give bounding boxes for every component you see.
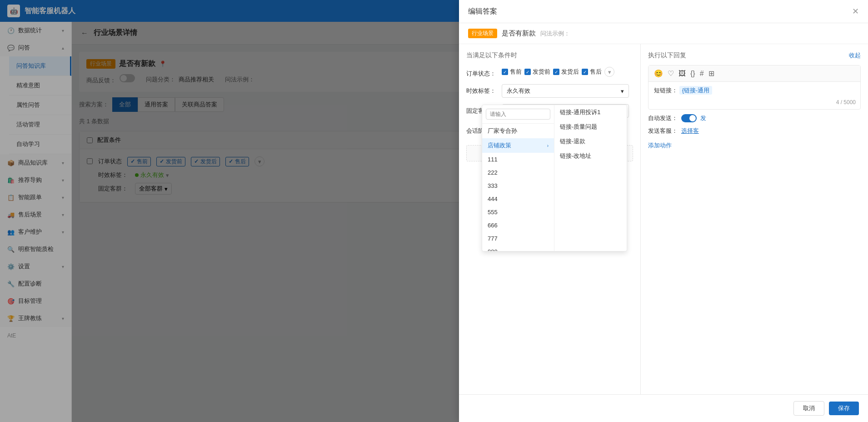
edit-answer-modal: 编辑答案 ✕ 行业场景 是否有新款 问法示例： 当满足以下条件时 订单状态： xyxy=(0,0,868,422)
link-tag: {链接-通用 xyxy=(679,86,713,95)
left-panel-title: 当满足以下条件时 xyxy=(466,51,633,60)
popup-list: 厂家专合孙 店铺政策 › 111 222 333 444 555 666 xyxy=(482,124,554,251)
cb-presale[interactable]: ✓ 售前 xyxy=(502,68,522,76)
editor-toolbar: 😊 ♡ 🖼 {} # ⊞ xyxy=(649,65,860,82)
time-dropdown[interactable]: 永久有效 ▾ xyxy=(502,84,629,98)
save-button[interactable]: 保存 xyxy=(829,402,859,415)
agent-select[interactable]: 选择客 xyxy=(681,127,699,135)
popup-item[interactable]: 777 xyxy=(482,232,554,245)
example-link[interactable]: 问法示例： xyxy=(540,30,570,38)
order-condition-row: 订单状态： ✓ 售前 ✓ 发货前 ✓ xyxy=(466,67,633,78)
cb-box: ✓ xyxy=(582,69,588,75)
image-icon[interactable]: 🖼 xyxy=(678,70,686,78)
editor-content-area[interactable]: 短链接： {链接-通用 4 / 5000 xyxy=(649,82,860,109)
popup-right-item[interactable]: 链接-通用投诉1 xyxy=(554,105,627,120)
modal-header: 编辑答案 ✕ xyxy=(459,0,868,23)
popup-left-panel: 厂家专合孙 店铺政策 › 111 222 333 444 555 666 xyxy=(482,105,554,251)
popup-item[interactable]: 888 xyxy=(482,245,554,251)
cb-box: ✓ xyxy=(524,69,531,75)
popup-right-item[interactable]: 链接-退款 xyxy=(554,134,627,149)
popup-item-active[interactable]: 店铺政策 › xyxy=(482,138,554,153)
popup-right-panel: 链接-通用投诉1 链接-质量问题 链接-退款 链接-改地址 xyxy=(554,105,627,251)
popup-right-item[interactable]: 链接-改地址 xyxy=(554,149,627,163)
link-dropdown-popup: 厂家专合孙 店铺政策 › 111 222 333 444 555 666 xyxy=(482,105,627,251)
chevron-right-icon: › xyxy=(547,143,549,148)
auto-send-value-label: 发 xyxy=(700,114,706,122)
right-panel: 执行以下回复 收起 😊 ♡ 🖼 {} # ⊞ xyxy=(641,44,868,394)
emoji-icon[interactable]: 😊 xyxy=(654,69,663,78)
popup-item[interactable]: 666 xyxy=(482,219,554,232)
collapse-button[interactable]: 收起 xyxy=(849,51,861,60)
expand-order-btn[interactable]: ▾ xyxy=(604,67,614,77)
reply-editor: 😊 ♡ 🖼 {} # ⊞ 短链接： {链接-通用 4 / 5000 xyxy=(648,65,861,110)
question-bar: 行业场景 是否有新款 问法示例： xyxy=(459,23,868,44)
popup-right-item[interactable]: 链接-质量问题 xyxy=(554,120,627,134)
cb-after-ship[interactable]: ✓ 发货后 xyxy=(553,68,579,76)
cb-aftersale[interactable]: ✓ 售后 xyxy=(582,68,602,76)
order-cond-label: 订单状态： xyxy=(466,67,498,78)
time-condition-row: 时效标签： 永久有效 ▾ xyxy=(466,84,633,98)
popup-search-box xyxy=(482,105,554,124)
add-action-button[interactable]: 添加动作 xyxy=(648,140,861,151)
agent-label: 发送客服： xyxy=(648,127,678,135)
modal-title: 编辑答案 xyxy=(468,7,497,16)
order-checkbox-group: ✓ 售前 ✓ 发货前 ✓ 发货后 xyxy=(502,67,614,77)
time-cond-label: 时效标签： xyxy=(466,84,498,95)
popup-item[interactable]: 444 xyxy=(482,192,554,206)
close-button[interactable]: ✕ xyxy=(852,6,859,16)
question-text: 是否有新款 xyxy=(502,29,536,38)
popup-search-input[interactable] xyxy=(486,109,550,120)
right-panel-header: 执行以下回复 收起 xyxy=(648,51,861,60)
send-agent-row: 发送客服： 选择客 xyxy=(648,127,861,135)
cb-box: ✓ xyxy=(502,69,508,75)
cb-box: ✓ xyxy=(553,69,559,75)
auto-send-toggle[interactable] xyxy=(681,114,697,122)
right-panel-title: 执行以下回复 xyxy=(648,51,686,60)
popup-item[interactable]: 厂家专合孙 xyxy=(482,124,554,138)
char-count: 4 / 5000 xyxy=(836,99,856,106)
auto-send-row: 自动发送： 发 xyxy=(648,114,861,122)
heart-icon[interactable]: ♡ xyxy=(668,69,674,78)
question-badge: 行业场景 xyxy=(468,29,497,38)
braces-icon[interactable]: {} xyxy=(690,70,695,78)
popup-item[interactable]: 111 xyxy=(482,153,554,166)
cancel-button[interactable]: 取消 xyxy=(793,401,824,416)
modal-footer: 取消 保存 xyxy=(459,394,868,422)
hash-icon[interactable]: # xyxy=(700,70,704,78)
cb-before-ship[interactable]: ✓ 发货前 xyxy=(524,68,550,76)
popup-item[interactable]: 222 xyxy=(482,166,554,179)
popup-item[interactable]: 555 xyxy=(482,206,554,219)
chevron-down-icon: ▾ xyxy=(621,88,624,95)
auto-send-label: 自动发送： xyxy=(648,114,678,122)
table-icon[interactable]: ⊞ xyxy=(708,69,714,78)
popup-item[interactable]: 333 xyxy=(482,179,554,192)
